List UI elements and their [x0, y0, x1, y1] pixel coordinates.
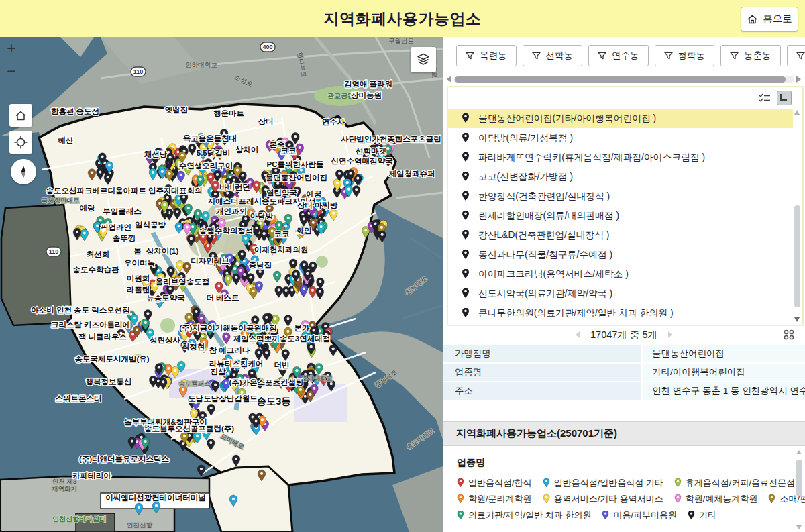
list-item[interactable]: 란제리할인매장(의류/내의판매점 ) — [448, 206, 793, 225]
svg-text:연수사: 연수사 — [322, 118, 345, 126]
store-detail-table: 가맹점명물댄동산어린이집업종명기타/아이행복어린이집주소인천 연수구 동춘 1 … — [443, 345, 805, 401]
svg-text:연세대학교: 연세대학교 — [301, 374, 333, 382]
svg-text:국제항만대로: 국제항만대로 — [42, 197, 80, 204]
list-scrollbar[interactable] — [794, 110, 801, 322]
list-item[interactable]: 한양장식(건축관련업/실내장식 ) — [448, 187, 793, 206]
map-locate-button[interactable] — [9, 131, 32, 154]
svg-text:사단법인가천종합스포츠클럽: 사단법인가천종합스포츠클럽 — [341, 135, 441, 143]
list-item[interactable]: 물댄동산어린이집(기타/아이행복어린이집 ) — [448, 109, 793, 128]
list-item[interactable]: 코코(신변잡화/가방점 ) — [448, 167, 793, 187]
legend-scroll-up-icon[interactable] — [796, 450, 802, 454]
legend-item-label: 용역서비스/기타 용역서비스 — [554, 493, 663, 505]
filter-label: 연수동 — [612, 50, 639, 62]
filter-button-청학동[interactable]: 청학동 — [655, 45, 715, 66]
store-list: 물댄동산어린이집(기타/아이행복어린이집 )아담방(의류/기성복점 )파리바게뜨… — [447, 86, 804, 326]
list-pin-icon — [462, 133, 470, 144]
scrollbar-track[interactable] — [453, 76, 794, 83]
filter-button-동춘동[interactable]: 동춘동 — [720, 45, 781, 66]
legend-item-label: 일반음식점/일반음식점 기타 — [554, 477, 663, 489]
filter-scrollbar[interactable] — [447, 74, 801, 84]
filter-label: 동춘동 — [744, 50, 771, 62]
list-item[interactable]: 신도시약국(의료기관/제약/약국 ) — [448, 284, 793, 303]
svg-text:행운마트: 행운마트 — [213, 109, 244, 117]
zoom-in-button[interactable]: + — [0, 37, 23, 60]
legend-item-label: 기타 — [699, 509, 716, 521]
svg-text:옥고을온돌침대: 옥고을온돌침대 — [183, 134, 237, 142]
scroll-right-icon[interactable] — [796, 76, 801, 83]
list-item[interactable]: 파리바게뜨연수럭키(휴게음식점/제과점/아이스크림점 ) — [448, 148, 793, 167]
compass[interactable] — [11, 159, 36, 184]
legend-scrollbar-thumb[interactable] — [796, 460, 802, 496]
layers-button[interactable] — [411, 47, 436, 72]
grid-view-icon[interactable] — [782, 328, 796, 341]
funnel-icon — [730, 52, 739, 60]
svg-text:예랑: 예랑 — [80, 204, 96, 212]
filter-button-선학동[interactable]: 선학동 — [523, 45, 583, 66]
svg-text:아소비 인천 송도 럭스오션점: 아소비 인천 송도 럭스오션점 — [31, 306, 130, 314]
side-panel: 옥련동선학동연수동청학동동춘동송도동 물댄동산어린 — [443, 37, 805, 532]
list-item-label: 파리바게뜨연수럭키(휴게음식점/제과점/아이스크림점 ) — [478, 152, 705, 164]
legend-item: 학원/예체능계학원 — [674, 493, 758, 505]
map-canvas[interactable]: 110400110 인하대학교구월남로소성로한나루로미추홀대로관교공원청능대로청… — [0, 37, 443, 532]
detail-value: 기타/아이행복어린이집 — [643, 364, 805, 381]
next-page-icon[interactable] — [668, 331, 672, 338]
list-item-label: 한양장식(건축관련업/실내장식 ) — [478, 191, 610, 203]
zoom-out-button[interactable]: − — [0, 60, 23, 83]
svg-text:픽업라인: 픽업라인 — [101, 223, 131, 231]
svg-text:선학마켓: 선학마켓 — [355, 147, 386, 155]
list-item-label: 동산과나무(직물/침구류/수예점 ) — [478, 249, 612, 261]
svg-text:송도블루오션골프클럽(주): 송도블루오션골프클럽(주) — [144, 425, 234, 433]
svg-text:(주)가온스포츠컨설팅: (주)가온스포츠컨설팅 — [229, 378, 303, 386]
home-button[interactable]: 홈으로 — [741, 7, 798, 32]
list-item[interactable]: 아이파크크리닝(용역서비스/세탁소 ) — [448, 264, 793, 284]
svg-text:바비런던: 바비런던 — [219, 183, 250, 191]
svg-text:혜산: 혜산 — [58, 136, 74, 144]
list-item-label: 아담방(의류/기성복점 ) — [478, 132, 573, 144]
list-scrollbar-thumb[interactable] — [794, 205, 800, 307]
svg-text:인천신항: 인천신항 — [127, 521, 153, 529]
svg-text:제임스떡뽀끼송도3연세대점: 제임스떡뽀끼송도3연세대점 — [233, 335, 330, 343]
scrollbar-thumb[interactable] — [455, 76, 786, 83]
svg-text:최선회: 최선회 — [87, 250, 110, 258]
list-item-label: 큰나무한의원(의료기관/제약/일반 치과 한의원 ) — [478, 307, 674, 319]
filter-button-옥련동[interactable]: 옥련동 — [456, 45, 517, 66]
top-header: 지역화폐사용가능업소 홈으로 — [0, 0, 805, 38]
svg-text:송도3동: 송도3동 — [256, 396, 291, 407]
list-toolbar — [758, 91, 792, 105]
list-item[interactable]: 강산L&D(건축관련업/실내장식 ) — [448, 225, 793, 245]
legend-pin-icon — [457, 511, 464, 521]
svg-text:장미농원: 장미농원 — [351, 91, 382, 99]
legend-pin-icon — [768, 494, 775, 504]
svg-text:본가: 본가 — [294, 324, 311, 332]
legend-scrollbar[interactable] — [796, 450, 803, 529]
svg-text:올리브영송도점: 올리브영송도점 — [156, 278, 210, 286]
svg-text:더빈: 더빈 — [274, 361, 290, 369]
list-pin-icon — [462, 172, 470, 182]
filter-button-연수동[interactable]: 연수동 — [588, 45, 649, 66]
svg-text:상차이: 상차이 — [235, 146, 259, 154]
map-home-button[interactable] — [9, 104, 32, 127]
legend-item: 휴게음식점/커피/음료전문점 — [674, 477, 795, 489]
expand-corner-icon[interactable] — [777, 91, 792, 105]
legend-pin-icon — [457, 494, 464, 504]
svg-text:코코: 코코 — [281, 147, 297, 155]
list-item[interactable]: 동산과나무(직물/침구류/수예점 ) — [448, 245, 793, 264]
list-pin-icon — [462, 288, 470, 299]
legend-scroll-down-icon[interactable] — [796, 525, 802, 529]
list-item[interactable]: 큰나무한의원(의료기관/제약/일반 치과 한의원 ) — [448, 303, 793, 323]
scroll-up-icon[interactable] — [794, 110, 800, 115]
checklist-icon[interactable] — [758, 91, 771, 105]
detail-row: 주소인천 연수구 동춘 1 동 인천광역시 연수구 청능대로 38 — [443, 382, 805, 400]
svg-text:부일클래스: 부일클래스 — [103, 207, 142, 215]
funnel-icon — [796, 52, 805, 60]
scroll-down-icon[interactable] — [794, 317, 800, 322]
svg-text:110: 110 — [49, 248, 59, 255]
legend-item-label: 일반음식점/한식 — [468, 477, 532, 489]
legend-item: 일반음식점/일반음식점 기타 — [543, 477, 663, 489]
filter-button-송도동[interactable]: 송도동 — [787, 45, 805, 66]
list-item[interactable]: 아담방(의류/기성복점 ) — [448, 128, 793, 148]
app: 지역화폐사용가능업소 홈으로 — [0, 0, 805, 532]
scroll-left-icon[interactable] — [447, 76, 451, 83]
svg-text:인하대학교: 인하대학교 — [185, 61, 217, 68]
list-item-label: 물댄동산어린이집(기타/아이행복어린이집 ) — [478, 113, 656, 125]
